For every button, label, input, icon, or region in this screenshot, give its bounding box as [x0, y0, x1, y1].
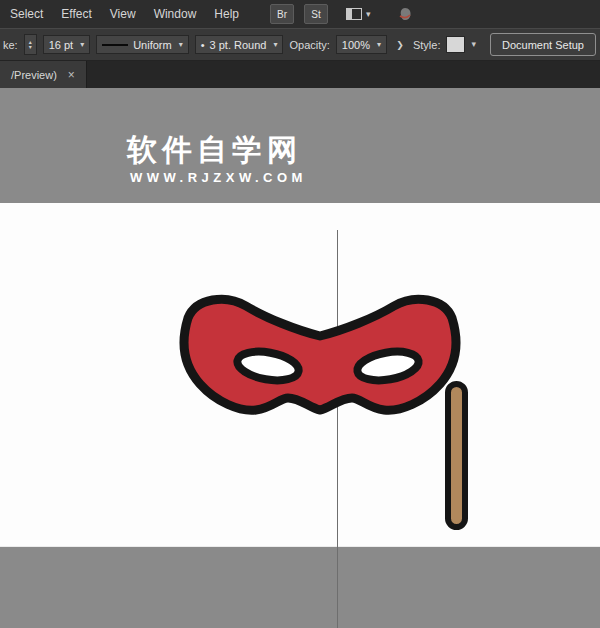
- watermark-site-name: 软件自学网: [127, 130, 302, 171]
- style-label: Style:: [413, 39, 441, 51]
- chevron-down-icon: ▾: [377, 40, 381, 49]
- workspace-switcher[interactable]: ▾: [346, 8, 371, 20]
- pasteboard-bottom: [0, 546, 600, 628]
- bridge-button[interactable]: Br: [270, 4, 294, 24]
- chevron-down-icon: ▾: [273, 40, 277, 49]
- document-tab-bar: /Preview) ×: [0, 61, 600, 88]
- menu-window[interactable]: Window: [145, 0, 206, 28]
- pasteboard-top: 软件自学网 WWW.RJZXW.COM: [0, 88, 600, 203]
- chevron-down-icon: ▾: [366, 10, 371, 19]
- stroke-width-dropdown[interactable]: 16 pt ▾: [43, 35, 90, 54]
- menu-select[interactable]: Select: [0, 0, 52, 28]
- hand-tool-icon[interactable]: [397, 6, 414, 22]
- chevron-down-icon: ▾: [179, 40, 183, 49]
- width-profile-dropdown[interactable]: Uniform ▾: [96, 35, 189, 54]
- menu-bar: Select Effect View Window Help Br St ▾: [0, 0, 600, 28]
- brush-definition-value: 3 pt. Round: [210, 39, 267, 51]
- stroke-width-value: 16 pt: [49, 39, 73, 51]
- menu-effect[interactable]: Effect: [52, 0, 100, 28]
- brush-dot-icon: •: [201, 39, 205, 51]
- chevron-down-icon: ▾: [80, 40, 84, 49]
- stroke-label: ke:: [3, 39, 18, 51]
- opacity-value: 100%: [342, 39, 370, 51]
- width-profile-value: Uniform: [133, 39, 172, 51]
- brush-definition-dropdown[interactable]: • 3 pt. Round ▾: [195, 35, 284, 54]
- opacity-label: Opacity:: [289, 39, 329, 51]
- menu-view[interactable]: View: [101, 0, 145, 28]
- opacity-panel-arrow[interactable]: ❯: [393, 35, 407, 54]
- menubar-icon-group: Br St ▾: [270, 4, 414, 24]
- control-bar: ke: ▴ ▾ 16 pt ▾ Uniform ▾ • 3 pt. Round …: [0, 28, 600, 61]
- stroke-profile-preview: [102, 44, 128, 46]
- opacity-dropdown[interactable]: 100% ▾: [336, 35, 387, 54]
- document-tab[interactable]: /Preview) ×: [0, 61, 87, 88]
- document-tab-title: /Preview): [11, 69, 57, 81]
- mask-artwork: [168, 292, 472, 540]
- watermark-site-url: WWW.RJZXW.COM: [130, 170, 307, 185]
- mask-stick-shape[interactable]: [448, 384, 465, 527]
- chevron-down-icon: ▾: [471, 40, 476, 49]
- workspace-panels-icon: [346, 8, 362, 20]
- stepper-down-icon: ▾: [29, 45, 32, 50]
- menu-help[interactable]: Help: [205, 0, 248, 28]
- stock-button[interactable]: St: [304, 4, 328, 24]
- graphic-style-swatch[interactable]: [446, 36, 465, 53]
- stroke-width-stepper[interactable]: ▴ ▾: [24, 34, 37, 55]
- document-setup-button[interactable]: Document Setup: [490, 33, 596, 56]
- close-icon[interactable]: ×: [68, 68, 75, 82]
